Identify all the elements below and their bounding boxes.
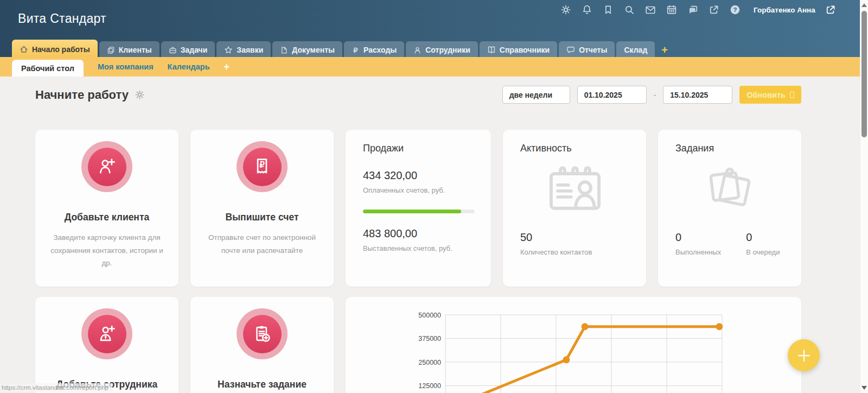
invoice-icon: ₽ (243, 148, 282, 186)
card-title: Добавьте клиента (65, 212, 150, 223)
clients-icon (107, 46, 115, 54)
tab-label: Отчеты (579, 46, 607, 54)
mail-icon[interactable] (644, 4, 656, 16)
issued-label: Выставленных счетов, руб. (363, 244, 475, 252)
briefcase-icon (169, 46, 177, 54)
tab-reports[interactable]: Отчеты (559, 41, 615, 59)
tab-label: Заявки (237, 46, 263, 54)
card-sales-chart: 500000375000250000125000 (346, 297, 801, 393)
tab-label: Расходы (363, 46, 397, 54)
card-tasks: Задания 0 Выполненных 0 В очереди (658, 130, 801, 287)
contacts-count: 50 (520, 231, 630, 244)
sticky-notes-icon (675, 162, 785, 215)
card-title: Выпишите счет (226, 212, 299, 223)
card-sales: Продажи 434 320,00 Оплаченных счетов, ру… (346, 130, 491, 287)
svg-text:250000: 250000 (418, 359, 441, 366)
notifications-icon[interactable] (581, 4, 593, 16)
issued-amount: 483 800,00 (363, 227, 475, 240)
refresh-button-label: Обновить (746, 91, 786, 99)
svg-text:375000: 375000 (418, 335, 441, 343)
app-title: Вита Стандарт (18, 11, 106, 26)
date-separator: - (654, 91, 656, 99)
refresh-glyph-icon (790, 92, 794, 98)
tab-getting-started[interactable]: Начало работы (12, 40, 98, 59)
add-tab-button[interactable]: + (656, 41, 673, 59)
tab-requests[interactable]: Заявки (216, 41, 271, 59)
tab-label: Справочники (500, 46, 550, 54)
tab-label: Начало работы (32, 45, 90, 54)
tab-label: Склад (624, 46, 647, 54)
tab-label: Документы (292, 46, 335, 54)
plus-icon: + (224, 61, 230, 73)
done-count: 0 (675, 231, 721, 244)
scroll-down-arrow[interactable] (861, 386, 867, 390)
settings-icon[interactable] (560, 4, 572, 16)
main-content: Начните работу две недели 01.10.2025 - 1… (0, 77, 860, 393)
card-add-client[interactable]: Добавьте клиента Заведите карточку клиен… (35, 130, 178, 287)
person-icon (413, 46, 422, 54)
card-assign-task[interactable]: Назначьте задание (190, 297, 334, 393)
card-title: Активность (520, 143, 630, 154)
subtab-label: Календарь (168, 62, 210, 71)
date-to-input[interactable]: 15.10.2025 (663, 86, 732, 104)
settings-gear-icon[interactable] (134, 89, 145, 100)
card-create-invoice[interactable]: ₽ Выпишите счет Отправьте счет по электр… (190, 130, 334, 287)
card-title: Назначьте задание (218, 379, 307, 390)
add-subtab-button[interactable]: + (224, 57, 230, 77)
tab-label: Клиенты (119, 46, 152, 54)
header-icon-bar: ? Горбатенко Анна (560, 3, 837, 17)
document-icon (280, 46, 288, 54)
user-name[interactable]: Горбатенко Анна (754, 6, 815, 14)
tab-label: Задачи (181, 46, 208, 54)
tab-expenses[interactable]: ₽ Расходы (344, 41, 404, 59)
paid-label: Оплаченных счетов, руб. (363, 186, 475, 194)
tab-label: Сотрудники (425, 46, 470, 54)
app-header: Вита Стандарт ? Горбатенко Анна (0, 0, 860, 57)
search-icon[interactable] (623, 4, 635, 16)
home-icon (20, 45, 28, 54)
period-select[interactable]: две недели (502, 86, 570, 104)
sales-chart: 500000375000250000125000 (413, 310, 726, 393)
assign-task-icon (243, 315, 282, 353)
vertical-scrollbar[interactable] (860, 0, 868, 393)
fab-add-button[interactable] (788, 339, 820, 371)
external-link-icon[interactable] (825, 4, 837, 16)
help-icon[interactable]: ? (729, 4, 741, 16)
date-from-input[interactable]: 01.10.2025 (577, 86, 647, 104)
chat-icon[interactable] (687, 4, 699, 16)
subtab-label: Рабочий стол (21, 64, 74, 73)
svg-text:₽: ₽ (353, 46, 358, 54)
subtab-calendar[interactable]: Календарь (168, 57, 210, 77)
calendar-icon[interactable] (666, 4, 678, 16)
sales-progress-bar (363, 210, 475, 213)
queued-label: В очереди (746, 248, 780, 256)
add-client-icon (88, 148, 126, 186)
scrollbar-thumb[interactable] (861, 11, 867, 137)
bookmark-icon[interactable] (602, 4, 614, 16)
done-label: Выполненных (675, 248, 721, 256)
contacts-label: Количество контактов (520, 248, 630, 256)
plus-icon: + (661, 44, 668, 56)
tab-clients[interactable]: Клиенты (99, 41, 159, 59)
report-icon (566, 46, 575, 54)
book-icon (487, 46, 496, 54)
card-title: Продажи (363, 143, 475, 154)
tab-warehouse[interactable]: Склад (616, 41, 655, 59)
share-icon[interactable] (708, 4, 720, 16)
star-icon (224, 46, 233, 54)
tab-employees[interactable]: Сотрудники (406, 41, 478, 59)
scroll-up-arrow[interactable] (861, 3, 867, 7)
card-add-employee[interactable]: Добавьте сотрудника (35, 297, 178, 393)
refresh-button[interactable]: Обновить (739, 86, 801, 104)
card-activity: Активность 50 Количество контактов (503, 130, 646, 287)
subtab-my-company[interactable]: Моя компания (98, 57, 154, 77)
paid-amount: 434 320,00 (363, 169, 475, 182)
svg-text:?: ? (733, 7, 737, 13)
card-description: Отправьте счет по электронной почте или … (200, 231, 324, 257)
subtab-label: Моя компания (98, 62, 154, 71)
tab-directories[interactable]: Справочники (480, 41, 557, 59)
tab-documents[interactable]: Документы (272, 41, 342, 59)
main-tab-bar: Начало работы Клиенты Задачи Заявки Доку… (12, 40, 673, 59)
tab-tasks[interactable]: Задачи (161, 41, 215, 59)
subtab-desktop[interactable]: Рабочий стол (12, 60, 84, 77)
